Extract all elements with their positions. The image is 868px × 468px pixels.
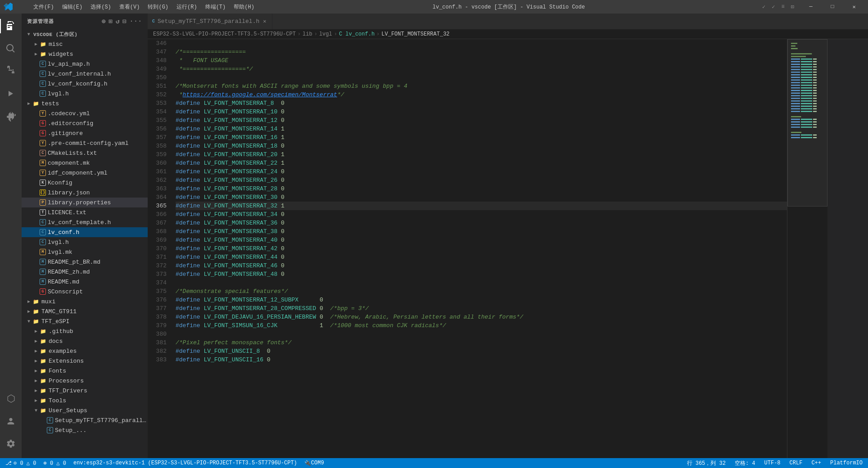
settings-icon[interactable]: [0, 433, 22, 454]
file-type-icon: C: [47, 417, 53, 423]
tree-item-component-mk[interactable]: Mcomponent.mk: [22, 158, 148, 168]
tree-item-muxi[interactable]: ▶📁muxi: [22, 297, 148, 306]
tree-item-Tools[interactable]: ▶📁Tools: [22, 396, 148, 405]
tree-item-TAMC-GT911[interactable]: ▶📁TAMC_GT911: [22, 306, 148, 316]
menu-help[interactable]: 帮助(H): [230, 2, 258, 12]
menu-goto[interactable]: 转到(G): [144, 2, 172, 12]
indentation[interactable]: 空格: 4: [733, 458, 757, 468]
tree-item-lvgl-h[interactable]: Clvgl.h: [22, 237, 148, 247]
tree-item-Setup-myTFT-ST7796-parallel-h[interactable]: CSetup_myTFT_ST7796_parallel.h: [22, 415, 148, 425]
line-number-346: 346: [148, 39, 167, 48]
tab-Setup_myTFT_ST7796_parallel-h[interactable]: CSetup_myTFT_ST7796_parallel.h✕: [148, 14, 272, 29]
environment-status[interactable]: env:esp32-s3-devkitc-1 (ESP32-S3-LVGL-PI…: [72, 458, 299, 468]
breadcrumb-part-3[interactable]: C lv_conf.h: [339, 31, 375, 37]
menu-terminal[interactable]: 终端(T): [202, 2, 230, 12]
tree-item--editorconfig[interactable]: G.editorconfig: [22, 118, 148, 128]
collapse-icon[interactable]: ⊟: [122, 18, 127, 25]
run-icon[interactable]: [0, 83, 22, 104]
tree-item-SConscript[interactable]: GSConscript: [22, 287, 148, 297]
language-mode[interactable]: C++: [809, 458, 823, 468]
code-line-364: #define LV_FONT_MONTSERRAT_30 0: [176, 193, 787, 202]
explorer-icon[interactable]: [0, 15, 22, 37]
tree-item-LICENCE-txt[interactable]: TLICENCE.txt: [22, 207, 148, 217]
source-control-icon[interactable]: [0, 60, 22, 82]
tree-item-Setup----[interactable]: CSetup_...: [22, 425, 148, 435]
breadcrumb-part-2[interactable]: lvgl: [319, 31, 332, 37]
close-button[interactable]: ✕: [844, 0, 864, 14]
platform-info[interactable]: PlatformIO: [828, 458, 864, 468]
tree-item--codecov-yml[interactable]: Y.codecov.yml: [22, 108, 148, 118]
menu-edit[interactable]: 编辑(E): [59, 2, 86, 12]
tree-item-README-md[interactable]: MREADME.md: [22, 277, 148, 287]
tree-item-lv-conf-template-h[interactable]: Clv_conf_template.h: [22, 217, 148, 227]
search-icon[interactable]: [0, 38, 22, 59]
minimize-button[interactable]: ─: [800, 0, 821, 14]
extensions-icon[interactable]: [0, 105, 22, 127]
tree-item-lv-conf-h[interactable]: Clv_conf.h: [22, 227, 148, 237]
folder-icon: 📁: [32, 318, 40, 325]
line-number-369: 369: [148, 236, 167, 244]
error-status[interactable]: ⊗ 0 △ 0: [41, 458, 68, 468]
minimap: [787, 39, 827, 458]
tree-item-widgets[interactable]: ▶📁widgets: [22, 49, 148, 59]
breadcrumb-part-0[interactable]: ESP32-S3-LVGL-PIO-PROJECT-TFT3.5-ST7796U…: [153, 31, 296, 37]
breadcrumb-part-1[interactable]: lib: [303, 31, 312, 37]
file-name: lv_conf_template.h: [48, 219, 111, 226]
tree-item-Extensions[interactable]: ▶📁Extensions: [22, 356, 148, 366]
folder-icon: 📁: [40, 347, 47, 355]
tree-item-examples[interactable]: ▶📁examples: [22, 346, 148, 356]
code-content[interactable]: /*================== * FONT USAGE *=====…: [170, 39, 787, 458]
tree-item-TFT-eSPI[interactable]: ▼📁TFT_eSPI: [22, 316, 148, 326]
tree-item-README-pt-BR-md[interactable]: MREADME_pt_BR.md: [22, 257, 148, 267]
git-branch-status[interactable]: ⎇ ⊙ 0 △ 0: [4, 458, 38, 468]
tab-bar: Cmain.cpp✕CmyLVGL.cpp✕🏠PIO Home✕Clv_conf…: [148, 14, 868, 29]
tab-close-button[interactable]: ✕: [262, 17, 267, 26]
more-options-icon[interactable]: ···: [130, 18, 142, 25]
tree-item-library-properties[interactable]: Plibrary.properties: [22, 198, 148, 207]
tree-item-idf-component-yml[interactable]: Yidf_component.yml: [22, 168, 148, 178]
tree-item-CMakeLists-txt[interactable]: CCMakeLists.txt: [22, 148, 148, 158]
tree-item-lv-api-map-h[interactable]: Clv_api_map.h: [22, 59, 148, 69]
tree-item-User-Setups[interactable]: ▼📁User_Setups: [22, 405, 148, 415]
menu-select[interactable]: 选择(S): [87, 2, 115, 12]
tree-item-lvgl-h[interactable]: Clvgl.h: [22, 89, 148, 99]
tree-item-library-json[interactable]: {}library.json: [22, 188, 148, 198]
encoding[interactable]: UTF-8: [763, 458, 782, 468]
tree-item-tests[interactable]: ▶📁tests: [22, 99, 148, 108]
tree-item-README-zh-md[interactable]: MREADME_zh.md: [22, 267, 148, 277]
line-ending[interactable]: CRLF: [788, 458, 805, 468]
file-name: .codecov.yml: [48, 110, 90, 117]
menu-view[interactable]: 查看(V): [116, 2, 144, 12]
tree-item-docs[interactable]: ▶📁docs: [22, 336, 148, 346]
tree-item-TFT-Drivers[interactable]: ▶📁TFT_Drivers: [22, 386, 148, 396]
maximize-button[interactable]: □: [822, 0, 843, 14]
minimap-viewport[interactable]: [787, 39, 827, 207]
account-icon[interactable]: [0, 410, 22, 432]
menu-file[interactable]: 文件(F): [30, 2, 58, 12]
new-folder-icon[interactable]: ⊞: [108, 18, 113, 25]
tree-item-lv-conf-internal-h[interactable]: Clv_conf_internal.h: [22, 69, 148, 79]
tree-item-lv-conf-kconfig-h[interactable]: Clv_conf_kconfig.h: [22, 79, 148, 89]
workspace-root[interactable]: ▼ VSCODE (工作区): [22, 29, 148, 39]
tree-item--pre-commit-config-yaml[interactable]: Y.pre-commit-config.yaml: [22, 138, 148, 148]
tree-item-lvgl-mk[interactable]: Mlvgl.mk: [22, 247, 148, 257]
title-bar: 文件(F) 编辑(E) 选择(S) 查看(V) 转到(G) 运行(R) 终端(T…: [0, 0, 868, 14]
refresh-icon[interactable]: ↺: [116, 18, 120, 25]
tree-item-misc[interactable]: ▶📁misc: [22, 39, 148, 49]
test-icon[interactable]: ⬡: [0, 388, 22, 410]
tree-item--gitignore[interactable]: G.gitignore: [22, 128, 148, 138]
new-file-icon[interactable]: ⊕: [102, 18, 106, 25]
tree-item--github[interactable]: ▶📁.github: [22, 326, 148, 336]
line-number-363: 363: [148, 184, 167, 193]
file-name: lv_conf_kconfig.h: [48, 81, 108, 87]
tree-item-Kconfig[interactable]: KKconfig: [22, 178, 148, 188]
menu-run[interactable]: 运行(R): [173, 2, 201, 12]
code-line-347: /*==================: [176, 48, 787, 56]
tree-item-Fonts[interactable]: ▶📁Fonts: [22, 366, 148, 376]
tree-item-Processors[interactable]: ▶📁Processors: [22, 376, 148, 386]
port-status[interactable]: 🔌 COM9: [303, 458, 326, 468]
code-line-379: #define LV_FONT_SIMSUN_16_CJK 1 /*1000 m…: [176, 321, 787, 330]
cursor-position[interactable]: 行 365，列 32: [685, 458, 728, 468]
code-line-366: #define LV_FONT_MONTSERRAT_34 0: [176, 210, 787, 219]
file-name: TFT_eSPI: [41, 318, 69, 325]
